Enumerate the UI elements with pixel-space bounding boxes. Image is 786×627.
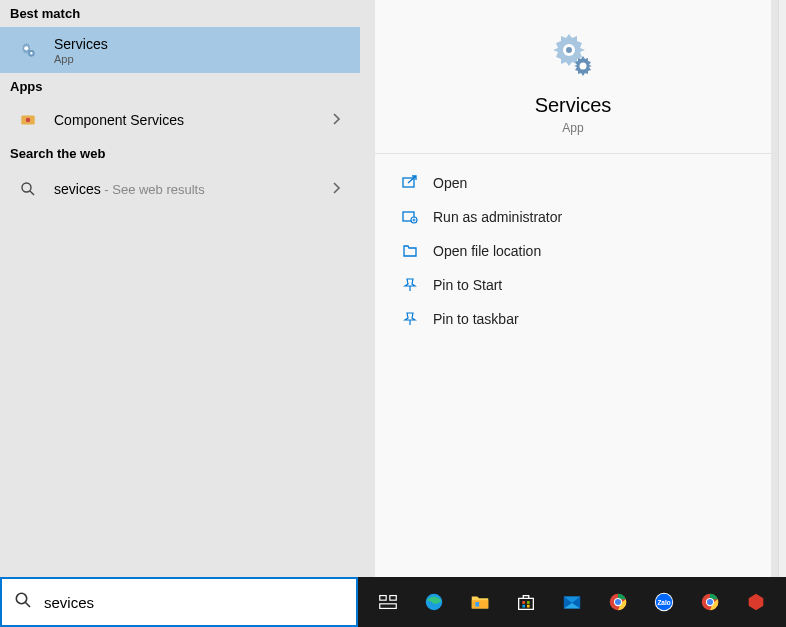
taskbar: Zalo xyxy=(358,577,786,627)
best-match-header: Best match xyxy=(0,0,360,27)
action-label: Pin to taskbar xyxy=(433,311,519,327)
folder-icon xyxy=(401,242,419,260)
svg-point-1 xyxy=(24,46,28,50)
svg-marker-36 xyxy=(749,594,764,611)
result-services[interactable]: Services App xyxy=(0,27,360,73)
svg-rect-25 xyxy=(527,605,530,608)
chrome-icon[interactable] xyxy=(596,578,640,626)
action-label: Open xyxy=(433,175,467,191)
action-run-as-administrator[interactable]: Run as administrator xyxy=(375,200,771,234)
search-results-panel: Best match Services App Apps Component S… xyxy=(0,0,360,577)
scrollbar[interactable] xyxy=(778,0,786,577)
app-icon[interactable] xyxy=(734,578,778,626)
action-pin-to-start[interactable]: Pin to Start xyxy=(375,268,771,302)
open-icon xyxy=(401,174,419,192)
svg-point-14 xyxy=(16,593,26,603)
svg-rect-20 xyxy=(472,600,489,608)
apps-header: Apps xyxy=(0,73,360,100)
preview-panel: Services App Open Run as administrator xyxy=(360,0,786,577)
action-label: Open file location xyxy=(433,243,541,259)
search-web-header: Search the web xyxy=(0,140,360,167)
microsoft-store-icon[interactable] xyxy=(504,578,548,626)
result-web-sevices[interactable]: sevices - See web results xyxy=(0,167,360,211)
search-icon xyxy=(14,591,32,613)
search-icon xyxy=(16,177,40,201)
mail-icon[interactable] xyxy=(550,578,594,626)
search-input[interactable] xyxy=(44,594,344,611)
svg-point-6 xyxy=(22,183,31,192)
result-component-services[interactable]: Component Services xyxy=(0,100,360,140)
web-suffix: - See web results xyxy=(101,182,205,197)
svg-point-35 xyxy=(707,599,713,605)
web-term: sevices xyxy=(54,181,101,197)
result-title: Services xyxy=(54,35,348,53)
action-open-file-location[interactable]: Open file location xyxy=(375,234,771,268)
svg-rect-24 xyxy=(522,605,525,608)
svg-text:Zalo: Zalo xyxy=(657,599,670,606)
svg-point-9 xyxy=(566,47,572,53)
pin-icon xyxy=(401,276,419,294)
svg-point-10 xyxy=(580,63,587,70)
svg-point-29 xyxy=(615,599,621,605)
pin-icon xyxy=(401,310,419,328)
task-view-icon[interactable] xyxy=(366,578,410,626)
file-explorer-icon[interactable] xyxy=(458,578,502,626)
action-open[interactable]: Open xyxy=(375,166,771,200)
svg-rect-16 xyxy=(380,596,386,601)
svg-rect-17 xyxy=(390,596,396,601)
services-icon xyxy=(16,38,40,62)
svg-line-15 xyxy=(26,603,31,608)
zalo-icon[interactable]: Zalo xyxy=(642,578,686,626)
svg-rect-23 xyxy=(527,601,530,604)
preview-hero: Services App xyxy=(375,0,771,154)
action-pin-to-taskbar[interactable]: Pin to taskbar xyxy=(375,302,771,336)
preview-subtitle: App xyxy=(375,121,771,135)
component-services-icon xyxy=(16,108,40,132)
action-label: Pin to Start xyxy=(433,277,502,293)
svg-rect-22 xyxy=(522,601,525,604)
edge-icon[interactable] xyxy=(412,578,456,626)
preview-title: Services xyxy=(375,94,771,117)
chrome-icon[interactable] xyxy=(688,578,732,626)
svg-point-5 xyxy=(26,118,31,123)
preview-actions: Open Run as administrator Open file loca… xyxy=(375,154,771,348)
svg-line-7 xyxy=(30,191,34,195)
svg-rect-18 xyxy=(380,604,397,609)
svg-rect-21 xyxy=(475,602,479,607)
admin-icon xyxy=(401,208,419,226)
result-title: Component Services xyxy=(54,111,332,129)
chevron-right-icon xyxy=(332,181,348,198)
search-box[interactable] xyxy=(0,577,358,627)
chevron-right-icon xyxy=(332,112,348,129)
services-large-icon xyxy=(549,30,597,78)
result-subtitle: App xyxy=(54,53,348,65)
action-label: Run as administrator xyxy=(433,209,562,225)
svg-point-3 xyxy=(30,52,33,55)
